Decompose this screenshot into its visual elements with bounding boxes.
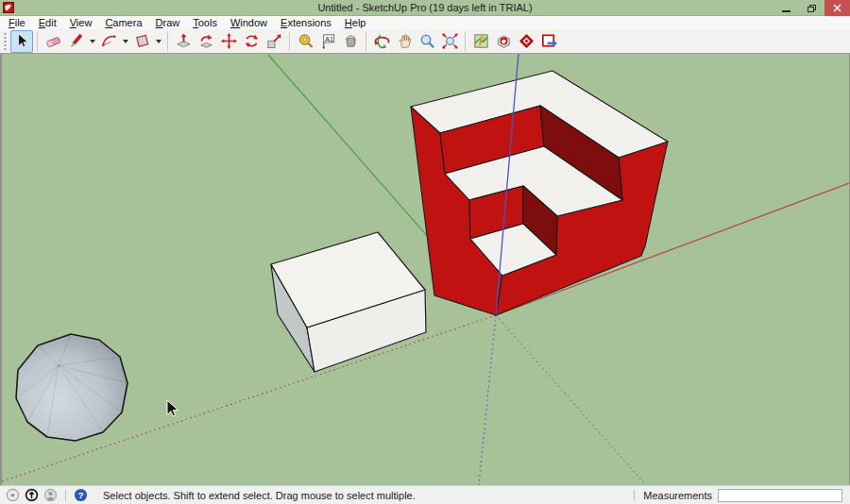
arc-icon xyxy=(100,32,118,50)
tool-lines-button[interactable] xyxy=(64,30,87,53)
menu-window[interactable]: Window xyxy=(224,16,274,29)
menu-edit[interactable]: Edit xyxy=(32,16,63,29)
orbit-icon xyxy=(373,32,391,50)
tool-select-button[interactable] xyxy=(10,30,33,53)
low-poly-sphere[interactable] xyxy=(16,334,128,441)
titlebar: Untitled - SketchUp Pro (19 days left in… xyxy=(0,0,850,16)
statusbar-separator xyxy=(65,490,66,501)
measurements-separator xyxy=(634,490,635,501)
menu-help[interactable]: Help xyxy=(338,16,373,29)
warehouse-3d-icon xyxy=(495,32,513,50)
paint-bucket-icon xyxy=(342,32,360,50)
modeling-viewport[interactable] xyxy=(0,54,850,485)
menu-view[interactable]: View xyxy=(63,16,99,29)
toolbar-getting-started: A1 xyxy=(0,29,850,54)
zoom-icon xyxy=(418,32,436,50)
shapes-dropdown-arrow[interactable] xyxy=(153,30,163,53)
rectangle-shape-icon xyxy=(133,32,151,50)
tool-text-button[interactable]: A1 xyxy=(316,30,339,53)
tool-orbit-button[interactable] xyxy=(370,30,393,53)
window-title: Untitled - SketchUp Pro (19 days left in… xyxy=(0,0,850,16)
help-icon[interactable]: ? xyxy=(74,488,88,502)
statusbar: ? Select objects. Shift to extend select… xyxy=(0,485,850,504)
toolbar-gripper[interactable] xyxy=(3,32,8,51)
green-axis-dashed xyxy=(496,315,645,484)
menu-extensions[interactable]: Extensions xyxy=(274,16,338,29)
sign-in-status-icon[interactable] xyxy=(43,488,58,502)
tool-tape-measure-button[interactable] xyxy=(294,30,316,53)
tool-pan-button[interactable] xyxy=(393,30,416,53)
lines-dropdown-arrow[interactable] xyxy=(87,30,97,53)
extension-warehouse-icon xyxy=(518,32,536,50)
tool-follow-me-button[interactable] xyxy=(195,30,217,53)
mouse-cursor xyxy=(167,400,178,416)
scene-canvas[interactable] xyxy=(2,54,849,485)
tool-zoom-extents-button[interactable] xyxy=(438,30,461,53)
tool-eraser-button[interactable] xyxy=(42,30,64,53)
tool-push-pull-button[interactable] xyxy=(172,30,195,53)
claim-credit-status-icon[interactable] xyxy=(25,488,39,502)
tool-arcs-button[interactable] xyxy=(97,30,120,53)
tool-paint-bucket-button[interactable] xyxy=(339,30,362,53)
svg-text:A1: A1 xyxy=(325,36,333,43)
pan-hand-icon xyxy=(396,32,414,50)
measurements-label: Measurements xyxy=(643,490,712,501)
menubar: File Edit View Camera Draw Tools Window … xyxy=(0,16,850,29)
white-box[interactable] xyxy=(271,232,426,372)
geolocation-status-icon[interactable] xyxy=(6,488,20,502)
blue-axis-dashed xyxy=(479,315,496,485)
scale-icon xyxy=(265,32,283,50)
close-icon xyxy=(833,4,842,12)
tool-zoom-button[interactable] xyxy=(416,30,438,53)
menu-camera[interactable]: Camera xyxy=(98,16,148,29)
minimize-button[interactable] xyxy=(774,0,799,16)
arcs-dropdown-arrow[interactable] xyxy=(120,30,130,53)
sketchup-window: Untitled - SketchUp Pro (19 days left in… xyxy=(0,0,850,504)
text-tool-icon: A1 xyxy=(319,32,337,50)
tool-extension-warehouse-button[interactable] xyxy=(515,30,537,53)
send-to-layout-icon xyxy=(540,32,558,50)
tool-send-to-layout-button[interactable] xyxy=(537,30,560,53)
menu-tools[interactable]: Tools xyxy=(186,16,224,29)
tool-shapes-button[interactable] xyxy=(130,30,153,53)
tape-measure-icon xyxy=(297,32,314,50)
tool-3d-warehouse-button[interactable] xyxy=(492,30,515,53)
rotate-icon xyxy=(243,32,261,50)
sketchup-logo-block[interactable] xyxy=(411,71,668,315)
pencil-icon xyxy=(67,32,85,50)
select-cursor-icon xyxy=(13,32,31,50)
menu-file[interactable]: File xyxy=(2,16,32,29)
eraser-icon xyxy=(44,32,62,50)
move-icon xyxy=(220,32,238,50)
zoom-extents-icon xyxy=(441,32,459,50)
minimize-icon xyxy=(782,10,790,12)
svg-text:?: ? xyxy=(78,491,84,500)
menu-draw[interactable]: Draw xyxy=(149,16,187,29)
add-location-icon xyxy=(472,32,490,50)
follow-me-icon xyxy=(197,32,215,50)
close-button[interactable] xyxy=(824,0,850,16)
status-message: Select objects. Shift to extend select. … xyxy=(103,490,416,501)
restore-button[interactable] xyxy=(799,0,824,16)
restore-icon xyxy=(808,5,816,12)
push-pull-icon xyxy=(175,32,193,50)
tool-add-location-button[interactable] xyxy=(469,30,492,53)
tool-rotate-button[interactable] xyxy=(240,30,263,53)
tool-scale-button[interactable] xyxy=(263,30,285,53)
measurements-input[interactable] xyxy=(718,489,842,502)
tool-move-button[interactable] xyxy=(217,30,240,53)
